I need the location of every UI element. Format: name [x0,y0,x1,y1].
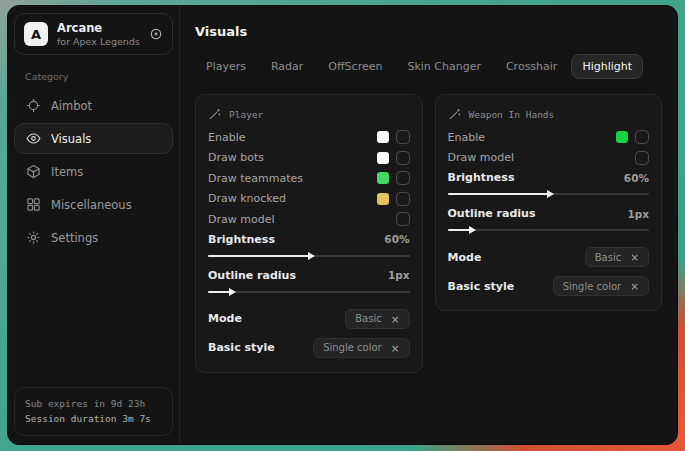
gear-icon [26,230,41,245]
outline-radius-slider-setting: Outline radius 1px [208,266,410,302]
setting-label: Mode [448,251,482,264]
sidebar-item-miscellaneous[interactable]: Miscellaneous [14,189,173,220]
cube-icon [26,164,41,179]
player-settings-card: Player Enable Draw bots [195,94,423,373]
slider[interactable] [208,255,410,257]
close-icon[interactable]: × [391,342,400,354]
sidebar-item-aimbot[interactable]: Aimbot [14,90,173,121]
close-icon[interactable]: × [630,280,639,292]
tab-skin-changer[interactable]: Skin Changer [396,54,492,79]
slider-thumb[interactable] [469,226,476,234]
tab-players[interactable]: Players [195,54,257,79]
brightness-slider-setting: Brightness 60% [208,230,410,266]
tab-bar: Players Radar OffScreen Skin Changer Cro… [195,54,662,79]
target-icon[interactable] [149,27,163,41]
close-icon[interactable]: × [391,313,400,325]
weapon-in-hands-card: Weapon In Hands Enable Draw model [435,94,663,311]
setting-label: Enable [208,131,245,144]
tab-radar[interactable]: Radar [260,54,314,79]
sub-expiry-text: Sub expires in 9d 23h [25,396,162,412]
setting-row-draw-bots: Draw bots [208,148,410,169]
setting-label: Brightness [448,171,515,184]
app-subtitle: for Apex Legends [57,36,140,47]
basic-style-chip[interactable]: Single color × [313,338,409,358]
chip-label: Basic [355,313,381,324]
slider[interactable] [448,193,650,195]
wand-icon [448,108,461,121]
tab-offscreen[interactable]: OffScreen [317,54,393,79]
color-swatch[interactable] [377,193,389,205]
chip-label: Basic [595,252,621,263]
main-content: Visuals Players Radar OffScreen Skin Cha… [180,6,677,444]
app-window: A Arcane for Apex Legends Category Aimbo… [7,5,678,445]
crosshair-icon [26,98,41,113]
sidebar-item-label: Miscellaneous [51,198,132,212]
sidebar-item-visuals[interactable]: Visuals [14,123,173,154]
setting-value: 1px [388,269,410,281]
mode-setting: Mode Basic × [448,245,650,269]
setting-label: Draw model [208,213,274,226]
checkbox[interactable] [396,151,410,165]
checkbox[interactable] [396,192,410,206]
setting-label: Draw teammates [208,172,303,185]
setting-row-enable: Enable [448,127,650,148]
sidebar-item-settings[interactable]: Settings [14,222,173,253]
setting-label: Basic style [448,280,515,293]
basic-style-chip[interactable]: Single color × [553,276,649,296]
mode-setting: Mode Basic × [208,307,410,331]
setting-row-draw-knocked: Draw knocked [208,189,410,210]
mode-chip[interactable]: Basic × [585,247,649,267]
sidebar-item-items[interactable]: Items [14,156,173,187]
slider-thumb[interactable] [547,190,554,198]
color-swatch[interactable] [616,131,628,143]
slider-thumb[interactable] [308,252,315,260]
close-icon[interactable]: × [630,251,639,263]
sidebar-item-label: Aimbot [51,99,92,113]
session-duration-text: Session duration 3m 7s [25,411,162,427]
setting-row-draw-model: Draw model [448,148,650,169]
setting-row-enable: Enable [208,127,410,148]
checkbox[interactable] [635,151,649,165]
app-title: Arcane [57,21,140,35]
basic-style-setting: Basic style Single color × [208,336,410,360]
tab-highlight[interactable]: Highlight [571,54,643,79]
color-swatch[interactable] [377,172,389,184]
setting-label: Draw model [448,151,514,164]
brightness-slider-setting: Brightness 60% [448,168,650,204]
setting-label: Enable [448,131,485,144]
category-label: Category [25,71,162,82]
page-title: Visuals [195,24,662,39]
chip-label: Single color [323,342,382,353]
setting-row-draw-model: Draw model [208,209,410,230]
color-swatch[interactable] [377,152,389,164]
checkbox[interactable] [396,212,410,226]
checkbox[interactable] [396,130,410,144]
chip-label: Single color [563,281,622,292]
slider[interactable] [208,291,410,293]
setting-label: Outline radius [448,207,536,220]
slider-thumb[interactable] [229,288,236,296]
color-swatch[interactable] [377,131,389,143]
setting-label: Draw knocked [208,192,286,205]
app-logo: A [24,22,48,46]
setting-label: Mode [208,312,242,325]
sidebar-item-label: Visuals [51,132,91,146]
sidebar-header: A Arcane for Apex Legends [14,13,173,55]
subscription-status: Sub expires in 9d 23h Session duration 3… [14,387,173,436]
setting-value: 1px [627,208,649,220]
sidebar-item-label: Settings [51,231,98,245]
wand-icon [208,108,221,121]
checkbox[interactable] [396,171,410,185]
outline-radius-slider-setting: Outline radius 1px [448,204,650,240]
card-title: Player [229,109,263,120]
slider[interactable] [448,229,650,231]
eye-icon [26,131,41,146]
basic-style-setting: Basic style Single color × [448,274,650,298]
mode-chip[interactable]: Basic × [345,309,409,329]
setting-row-draw-teammates: Draw teammates [208,168,410,189]
checkbox[interactable] [635,130,649,144]
card-title: Weapon In Hands [469,109,555,120]
sidebar-item-label: Items [51,165,83,179]
sidebar: A Arcane for Apex Legends Category Aimbo… [8,6,180,444]
tab-crosshair[interactable]: Crosshair [495,54,568,79]
